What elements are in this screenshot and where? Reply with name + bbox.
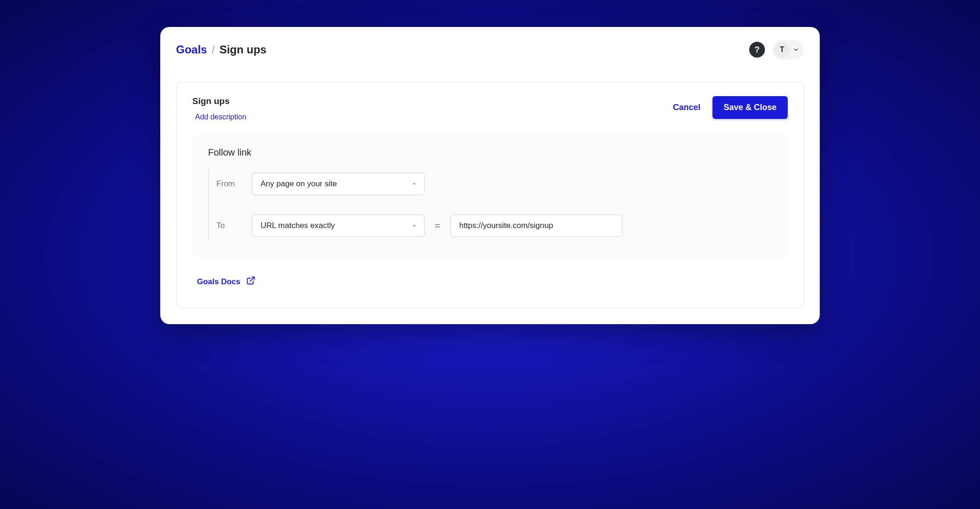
breadcrumb-current: Sign ups — [219, 43, 266, 56]
svg-line-0 — [250, 277, 254, 281]
add-description-button[interactable]: Add description — [195, 113, 246, 121]
rule-row-to: To URL matches exactly = — [216, 210, 772, 241]
goal-editor-card: Goals / Sign ups ? T Sign ups Add descri… — [160, 27, 820, 324]
panel-header: Sign ups Add description Cancel Save & C… — [192, 96, 788, 121]
to-match-select[interactable]: URL matches exactly — [252, 215, 425, 237]
panel-actions: Cancel Save & Close — [673, 96, 788, 119]
breadcrumb-separator: / — [212, 43, 215, 56]
panel-title-block: Sign ups Add description — [192, 96, 246, 121]
goal-panel: Sign ups Add description Cancel Save & C… — [176, 82, 804, 308]
to-url-input[interactable] — [451, 215, 622, 237]
cancel-button[interactable]: Cancel — [673, 103, 700, 112]
rule-title: Follow link — [208, 147, 772, 158]
breadcrumb-root[interactable]: Goals — [176, 43, 207, 56]
from-select-value: Any page on your site — [261, 179, 337, 189]
rule-row-from: From Any page on your site — [216, 168, 772, 200]
help-icon[interactable]: ? — [749, 42, 765, 58]
chevron-down-icon — [793, 46, 799, 53]
to-label: To — [216, 221, 242, 230]
goals-docs-link[interactable]: Goals Docs — [197, 276, 255, 287]
goals-docs-label: Goals Docs — [197, 277, 241, 287]
dropdown-icon — [411, 181, 418, 187]
user-menu[interactable]: T — [772, 40, 804, 59]
topbar: Goals / Sign ups ? T — [176, 40, 804, 59]
dropdown-icon — [411, 222, 418, 229]
from-label: From — [216, 179, 242, 189]
top-controls: ? T — [749, 40, 804, 59]
equals-sign: = — [435, 221, 440, 231]
avatar: T — [774, 42, 790, 58]
from-select[interactable]: Any page on your site — [252, 173, 425, 195]
goal-name: Sign ups — [192, 96, 246, 106]
breadcrumb: Goals / Sign ups — [176, 43, 267, 56]
to-match-select-value: URL matches exactly — [261, 221, 335, 230]
external-link-icon — [246, 276, 255, 287]
rule-rows: From Any page on your site To URL matche… — [208, 168, 772, 241]
rule-box: Follow link From Any page on your site T… — [192, 135, 788, 257]
save-button[interactable]: Save & Close — [712, 96, 788, 119]
